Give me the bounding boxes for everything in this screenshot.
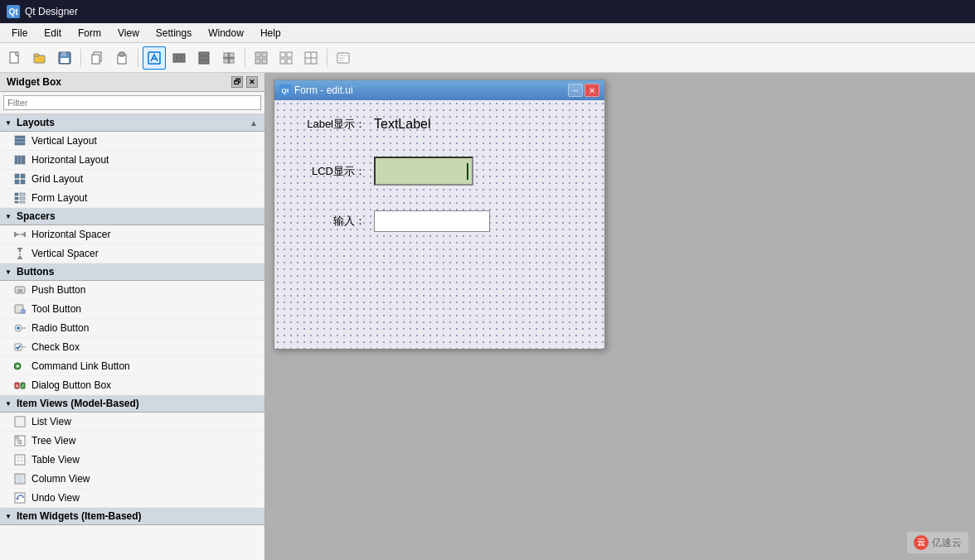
widget-grid-layout[interactable]: Grid Layout — [0, 170, 264, 189]
svg-rect-16 — [199, 56, 209, 60]
svg-rect-9 — [119, 52, 124, 56]
svg-rect-53 — [15, 201, 18, 203]
section-layouts[interactable]: Layouts ▲ — [0, 114, 264, 132]
svg-point-70 — [17, 326, 20, 330]
menu-file[interactable]: File — [3, 26, 36, 41]
toolbar-copy[interactable] — [85, 46, 109, 70]
app-title: Qt Designer — [25, 6, 78, 17]
toolbar-paste[interactable] — [110, 46, 133, 70]
section-spacers[interactable]: Spacers — [0, 208, 264, 225]
svg-rect-99 — [20, 475, 23, 483]
horizontal-layout-label: Horizontal Layout — [32, 154, 109, 166]
h-spacer-label: Horizontal Spacer — [32, 229, 110, 240]
list-view-icon — [13, 415, 27, 428]
toolbar-layout-x[interactable] — [217, 46, 240, 70]
toolbar-save[interactable] — [53, 46, 76, 70]
svg-rect-85 — [16, 437, 19, 439]
vertical-layout-icon — [13, 134, 27, 147]
svg-rect-72 — [15, 344, 22, 350]
toolbar-edit-mode[interactable] — [143, 46, 166, 70]
toolbar-grid3[interactable] — [299, 46, 323, 70]
svg-rect-91 — [19, 442, 22, 444]
menu-window[interactable]: Window — [200, 26, 252, 41]
menu-help[interactable]: Help — [252, 26, 289, 41]
widget-list: Layouts ▲ Vertical Layout Horizontal Lay… — [0, 114, 264, 560]
toolbar-layout-v[interactable] — [192, 46, 216, 70]
svg-rect-42 — [15, 156, 17, 164]
section-item-widgets-label: Item Widgets (Item-Based) — [17, 510, 142, 522]
svg-rect-46 — [21, 174, 25, 178]
widget-v-spacer[interactable]: Vertical Spacer — [0, 244, 264, 263]
widget-box-float-btn[interactable]: 🗗 — [231, 76, 243, 88]
widget-h-spacer[interactable]: Horizontal Spacer — [0, 225, 264, 244]
form-minimize-btn[interactable]: ─ — [568, 84, 583, 97]
toolbar-grid2[interactable] — [274, 46, 298, 70]
section-item-widgets[interactable]: Item Widgets (Item-Based) — [0, 508, 264, 525]
widget-box-header: Widget Box 🗗 ✕ — [0, 73, 264, 92]
toolbar-new[interactable] — [3, 46, 27, 70]
widget-vertical-layout[interactable]: Vertical Layout — [0, 132, 264, 151]
form-window-title: Form - edit.ui — [294, 84, 565, 96]
widget-radio-button[interactable]: Radio Button — [0, 319, 264, 338]
column-view-icon — [13, 472, 27, 485]
svg-rect-38 — [339, 60, 343, 61]
widget-push-button[interactable]: OK Push Button — [0, 281, 264, 300]
section-item-views[interactable]: Item Views (Model-Based) — [0, 395, 264, 413]
svg-rect-37 — [339, 57, 345, 59]
toolbar-preview[interactable] — [332, 46, 355, 70]
svg-rect-23 — [230, 59, 234, 63]
svg-text:✕: ✕ — [15, 384, 19, 389]
svg-rect-29 — [287, 52, 292, 57]
svg-rect-14 — [182, 54, 185, 62]
svg-rect-36 — [339, 55, 347, 56]
widget-box-close-btn[interactable]: ✕ — [246, 76, 258, 88]
toolbar-open[interactable] — [28, 46, 51, 70]
menu-settings[interactable]: Settings — [148, 26, 200, 41]
widget-tree-view[interactable]: Tree View — [0, 432, 264, 451]
input-field[interactable] — [374, 210, 490, 232]
logo-icon: 云 — [914, 535, 929, 550]
menu-form[interactable]: Form — [70, 26, 109, 41]
undo-view-label: Undo View — [32, 492, 80, 504]
check-box-label: Check Box — [32, 341, 80, 353]
widget-box-title: Widget Box — [7, 76, 61, 88]
table-view-label: Table View — [32, 454, 80, 466]
filter-input[interactable] — [3, 95, 261, 110]
svg-rect-22 — [224, 59, 228, 63]
command-link-icon — [13, 360, 27, 373]
widget-command-link[interactable]: Command Link Button — [0, 357, 264, 376]
lcd-display-widget[interactable] — [374, 157, 473, 186]
widget-dialog-button[interactable]: ✕✓ Dialog Button Box — [0, 376, 264, 395]
dialog-button-icon: ✕✓ — [13, 379, 27, 392]
svg-rect-17 — [199, 60, 209, 64]
section-buttons-label: Buttons — [17, 266, 54, 278]
form-layout-icon — [13, 191, 27, 205]
widget-tool-button[interactable]: Tool Button — [0, 300, 264, 319]
toolbar-layout-h[interactable] — [167, 46, 191, 70]
svg-rect-51 — [15, 197, 18, 200]
section-buttons[interactable]: Buttons — [0, 263, 264, 281]
widget-table-view[interactable]: Table View — [0, 451, 264, 470]
form-row-input: 输入： — [299, 210, 580, 232]
menu-view[interactable]: View — [109, 26, 148, 41]
svg-rect-52 — [20, 197, 25, 200]
section-spacers-label: Spacers — [17, 210, 56, 222]
section-item-views-label: Item Views (Model-Based) — [17, 398, 139, 409]
widget-undo-view[interactable]: Undo View — [0, 489, 264, 508]
svg-rect-30 — [280, 59, 285, 64]
toolbar-grid1[interactable] — [250, 46, 273, 70]
widget-form-layout[interactable]: Form Layout — [0, 189, 264, 208]
vertical-layout-label: Vertical Layout — [32, 135, 97, 147]
widget-horizontal-layout[interactable]: Horizontal Layout — [0, 151, 264, 170]
widget-column-view[interactable]: Column View — [0, 470, 264, 489]
svg-rect-21 — [230, 53, 234, 57]
form-title-bar: Qt Form - edit.ui ─ ✕ — [274, 80, 604, 100]
menu-edit[interactable]: Edit — [36, 26, 70, 41]
widget-list-view[interactable]: List View — [0, 413, 264, 432]
svg-rect-24 — [255, 52, 260, 57]
canvas-area: Qt Form - edit.ui ─ ✕ Label显示： TextLabel… — [265, 73, 975, 560]
form-close-btn[interactable]: ✕ — [585, 84, 599, 97]
svg-rect-49 — [15, 193, 18, 196]
input-label: 输入： — [299, 214, 366, 229]
widget-check-box[interactable]: Check Box — [0, 338, 264, 357]
